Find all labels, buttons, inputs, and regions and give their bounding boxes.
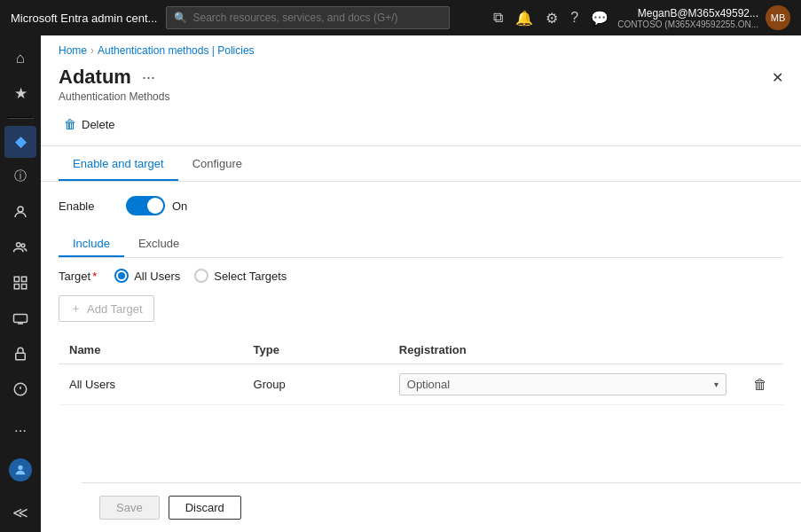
enable-toggle[interactable]	[126, 196, 165, 215]
add-target-button[interactable]: ＋ Add Target	[59, 295, 154, 322]
search-icon: 🔍	[174, 12, 187, 24]
toggle-state: On	[172, 200, 187, 213]
close-button[interactable]: ✕	[772, 69, 783, 86]
target-label: Target *	[59, 270, 97, 283]
search-box[interactable]: 🔍	[166, 6, 450, 29]
radio-select-targets[interactable]: Select Targets	[194, 269, 287, 283]
sidebar-item-conditional[interactable]	[4, 373, 36, 405]
svg-rect-10	[16, 353, 26, 360]
svg-rect-6	[22, 284, 27, 288]
registration-value: Optional	[407, 378, 707, 391]
avatar[interactable]: MB	[766, 5, 790, 30]
row-delete-button[interactable]: 🗑	[748, 375, 773, 394]
registration-dropdown[interactable]: Optional ▾	[399, 373, 726, 395]
sidebar-item-apps[interactable]	[4, 267, 36, 299]
radio-all-users[interactable]: All Users	[114, 269, 180, 283]
sidebar: ⌂ ★ ◆ ⓘ ··· ≪	[0, 35, 41, 532]
radio-group: All Users Select Targets	[114, 269, 287, 283]
more-options-button[interactable]: ···	[138, 68, 159, 87]
toggle-knob	[147, 198, 163, 214]
table-row: All Users Group Optional ▾ 🗑	[59, 364, 783, 405]
tab-configure[interactable]: Configure	[178, 146, 256, 181]
page-header: Adatum ··· ✕	[41, 62, 801, 90]
trash-icon: 🗑	[64, 117, 76, 131]
user-name: MeganB@M365x49592...	[617, 7, 758, 20]
main-content: Home › Authentication methods | Policies…	[41, 35, 801, 532]
discard-button[interactable]: Discard	[169, 496, 241, 520]
required-star: *	[92, 270, 97, 283]
radio-label-select-targets: Select Targets	[214, 270, 287, 283]
action-bar: 🗑 Delete	[41, 110, 801, 146]
breadcrumb-sep1: ›	[90, 44, 94, 57]
footer: Save Discard	[82, 482, 801, 532]
page-subtitle: Authentication Methods	[41, 90, 801, 110]
svg-rect-3	[14, 277, 19, 281]
page-title: Adatum	[59, 66, 131, 89]
col-registration: Registration	[389, 336, 737, 364]
sidebar-item-users[interactable]	[4, 196, 36, 228]
svg-rect-5	[14, 284, 19, 288]
sidebar-item-collapse[interactable]: ≪	[4, 497, 36, 528]
svg-point-14	[18, 466, 22, 470]
col-actions	[737, 336, 783, 364]
toggle-container: On	[126, 196, 187, 215]
cell-delete: 🗑	[737, 364, 783, 405]
col-name: Name	[59, 336, 243, 364]
sidebar-item-user-avatar[interactable]	[4, 454, 36, 486]
cell-type: Group	[243, 364, 389, 405]
settings-icon[interactable]: ⚙	[546, 10, 558, 27]
save-button[interactable]: Save	[99, 496, 160, 520]
col-type: Type	[243, 336, 389, 364]
tab-enable-and-target[interactable]: Enable and target	[59, 146, 178, 181]
cell-registration: Optional ▾	[389, 364, 737, 405]
portal-icon[interactable]: ⧉	[493, 10, 503, 26]
sidebar-item-identity[interactable]: ◆	[4, 126, 36, 158]
cell-name: All Users	[59, 364, 243, 405]
search-input[interactable]	[192, 12, 442, 24]
enable-row: Enable On	[59, 196, 783, 215]
radio-circle-all-users	[114, 269, 129, 283]
sidebar-item-groups[interactable]	[4, 231, 36, 263]
breadcrumb-home[interactable]: Home	[59, 44, 87, 57]
avatar-initials: MB	[771, 12, 786, 23]
layout: ⌂ ★ ◆ ⓘ ··· ≪	[0, 35, 801, 532]
targets-table: Name Type Registration All Users Group O…	[59, 336, 783, 405]
breadcrumb-section[interactable]: Authentication methods | Policies	[98, 44, 255, 57]
tab-content: Enable On Include Exclude	[41, 182, 801, 419]
sidebar-divider	[7, 117, 34, 119]
svg-point-2	[21, 244, 25, 247]
app-title: Microsoft Entra admin cent...	[11, 12, 157, 25]
delete-button[interactable]: 🗑 Delete	[59, 113, 121, 135]
svg-rect-4	[22, 277, 27, 281]
add-target-label: Add Target	[87, 302, 143, 316]
tab-bar: Enable and target Configure	[41, 146, 801, 182]
radio-circle-select-targets	[194, 269, 208, 283]
help-icon[interactable]: ?	[570, 10, 578, 26]
breadcrumb: Home › Authentication methods | Policies	[41, 35, 801, 62]
page-title-row: Adatum ···	[59, 66, 159, 89]
user-section[interactable]: MeganB@M365x49592... CONTOSO (M365X49592…	[617, 5, 790, 30]
sidebar-item-home[interactable]: ⌂	[4, 43, 36, 74]
svg-point-1	[17, 243, 21, 247]
enable-label: Enable	[59, 200, 112, 213]
sidebar-item-devices[interactable]	[4, 302, 36, 334]
notifications-icon[interactable]: 🔔	[515, 10, 533, 27]
sidebar-item-info[interactable]: ⓘ	[4, 161, 36, 193]
target-row: Target * All Users Select Targets	[59, 269, 783, 283]
dropdown-arrow-icon: ▾	[714, 379, 719, 389]
user-tenant: CONTOSO (M365X49592255.ON...	[617, 20, 758, 29]
plus-icon: ＋	[70, 301, 82, 317]
sidebar-item-favorites[interactable]: ★	[4, 78, 36, 110]
sub-tab-include[interactable]: Include	[59, 230, 124, 257]
svg-rect-7	[14, 314, 27, 322]
delete-label: Delete	[82, 118, 115, 131]
feedback-icon[interactable]: 💬	[591, 10, 609, 27]
topbar-icons: ⧉ 🔔 ⚙ ? 💬	[493, 10, 609, 27]
sub-tab-exclude[interactable]: Exclude	[124, 230, 193, 257]
sidebar-item-more[interactable]: ···	[4, 415, 36, 447]
sub-tabs: Include Exclude	[59, 230, 783, 258]
svg-point-0	[18, 207, 23, 212]
sidebar-item-security[interactable]	[4, 338, 36, 370]
topbar: Microsoft Entra admin cent... 🔍 ⧉ 🔔 ⚙ ? …	[0, 0, 801, 35]
radio-label-all-users: All Users	[134, 270, 180, 283]
